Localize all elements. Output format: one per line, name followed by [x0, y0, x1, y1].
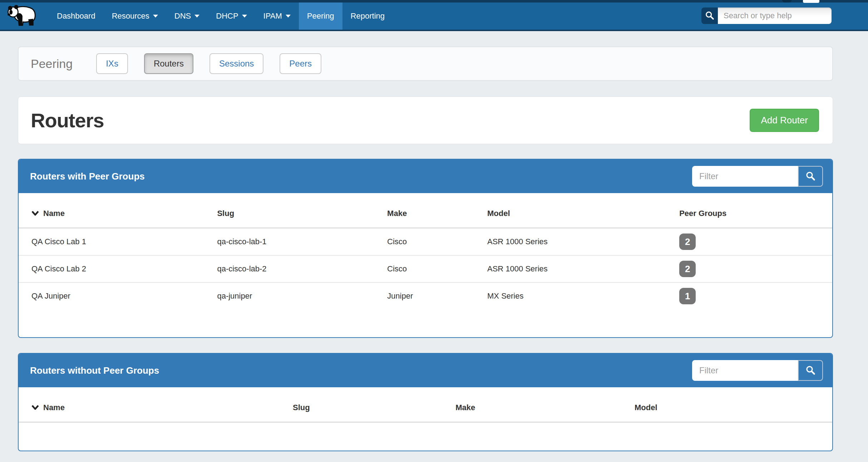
router-slug-cell: qa-cisco-lab-2 [211, 255, 381, 282]
add-router-button[interactable]: Add Router [750, 109, 819, 132]
column-header-slug[interactable]: Slug [287, 387, 450, 422]
caret-down-icon [242, 15, 247, 18]
nav-label: Dashboard [57, 11, 95, 21]
nav-item-ipam[interactable]: IPAM [255, 3, 299, 30]
column-label: Peer Groups [679, 209, 726, 218]
app-logo[interactable] [0, 3, 43, 30]
column-label: Name [43, 209, 65, 218]
main-nav: Dashboard Resources DNS DHCP IPAM Peerin… [49, 3, 393, 30]
router-make-cell: Juniper [381, 282, 482, 309]
table-row: QA Cisco Lab 2 qa-cisco-lab-2 Cisco ASR … [19, 255, 832, 282]
nav-item-peering[interactable]: Peering [299, 3, 342, 30]
column-header-make[interactable]: Make [450, 387, 629, 422]
table-row: QA Cisco Lab 1 qa-cisco-lab-1 Cisco ASR … [19, 228, 832, 256]
router-slug-cell: qa-juniper [211, 282, 381, 309]
nav-item-dns[interactable]: DNS [166, 3, 208, 30]
table-header-row: Name Slug Make Model [19, 387, 832, 422]
filter-search-button[interactable] [798, 166, 823, 187]
routers-without-peer-groups-table: Name Slug Make Model [19, 387, 832, 423]
nav-label: IPAM [263, 11, 282, 21]
column-label: Model [487, 209, 510, 218]
column-label: Model [635, 403, 657, 412]
column-header-peer-groups[interactable]: Peer Groups [674, 193, 832, 228]
column-header-slug[interactable]: Slug [211, 193, 381, 228]
panel-title: Routers without Peer Groups [30, 365, 159, 376]
caret-down-icon [286, 15, 291, 18]
section-title: Peering [31, 57, 73, 71]
sort-chevron-down-icon [31, 208, 39, 218]
search-icon [805, 365, 816, 377]
caret-down-icon [153, 15, 158, 18]
browser-chrome-artifact [782, 0, 791, 3]
nav-label: Resources [112, 11, 149, 21]
router-peer-groups-cell: 2 [674, 255, 832, 282]
router-peer-groups-cell: 2 [674, 228, 832, 256]
router-make-cell: Cisco [381, 255, 482, 282]
filter-group [692, 360, 823, 381]
panel-body-spacer [19, 423, 832, 451]
column-header-name[interactable]: Name [19, 387, 287, 422]
global-search [701, 8, 832, 24]
tab-routers[interactable]: Routers [144, 53, 193, 74]
page-title: Routers [31, 109, 104, 132]
global-search-button[interactable] [701, 8, 718, 24]
tab-sessions[interactable]: Sessions [209, 53, 263, 74]
tab-peers[interactable]: Peers [280, 53, 321, 74]
global-search-input[interactable] [718, 8, 832, 24]
navbar-top-strip [0, 0, 868, 3]
routers-without-peer-groups-panel: Routers without Peer Groups [18, 353, 833, 451]
router-model-cell: ASR 1000 Series [482, 228, 674, 256]
nav-label: DHCP [216, 11, 238, 21]
filter-input[interactable] [692, 360, 798, 381]
routers-with-peer-groups-panel: Routers with Peer Groups [18, 159, 833, 338]
routers-with-peer-groups-table: Name Slug Make Model Peer Groups QA Cisc… [19, 193, 832, 309]
table-header-row: Name Slug Make Model Peer Groups [19, 193, 832, 228]
filter-search-button[interactable] [798, 360, 823, 381]
panel-title: Routers with Peer Groups [30, 171, 145, 182]
nav-label: Reporting [351, 11, 385, 21]
browser-tab-artifact [803, 0, 819, 3]
router-slug-cell: qa-cisco-lab-1 [211, 228, 381, 256]
panel-header: Routers without Peer Groups [19, 354, 832, 387]
router-make-cell: Cisco [381, 228, 482, 256]
router-model-cell: ASR 1000 Series [482, 255, 674, 282]
page-header-card: Routers Add Router [18, 97, 833, 144]
column-label: Slug [293, 403, 310, 412]
router-name-cell[interactable]: QA Juniper [19, 282, 211, 309]
search-icon [805, 171, 816, 182]
peer-groups-count-badge[interactable]: 2 [679, 234, 696, 250]
column-header-name[interactable]: Name [19, 193, 211, 228]
nav-label: Peering [307, 11, 334, 21]
search-icon [705, 10, 715, 21]
sort-chevron-down-icon [31, 403, 39, 412]
nav-item-resources[interactable]: Resources [104, 3, 166, 30]
panda-logo-icon [6, 4, 37, 29]
table-row: QA Juniper qa-juniper Juniper MX Series … [19, 282, 832, 309]
panel-header: Routers with Peer Groups [19, 159, 832, 193]
peering-toolbar: Peering IXs Routers Sessions Peers [18, 46, 833, 81]
column-label: Slug [217, 209, 234, 218]
column-label: Make [455, 403, 475, 412]
nav-label: DNS [174, 11, 191, 21]
column-label: Name [43, 403, 65, 412]
router-model-cell: MX Series [482, 282, 674, 309]
panel-body-spacer [19, 309, 832, 337]
router-peer-groups-cell: 1 [674, 282, 832, 309]
peer-groups-count-badge[interactable]: 2 [679, 261, 696, 277]
column-label: Make [387, 209, 407, 218]
nav-item-dashboard[interactable]: Dashboard [49, 3, 104, 30]
nav-item-reporting[interactable]: Reporting [342, 3, 393, 30]
filter-input[interactable] [692, 166, 798, 187]
filter-group [692, 166, 823, 187]
tab-ixs[interactable]: IXs [96, 53, 128, 74]
router-name-cell[interactable]: QA Cisco Lab 1 [19, 228, 211, 256]
top-navbar: Dashboard Resources DNS DHCP IPAM Peerin… [0, 0, 868, 31]
router-name-cell[interactable]: QA Cisco Lab 2 [19, 255, 211, 282]
column-header-model[interactable]: Model [629, 387, 832, 422]
column-header-model[interactable]: Model [482, 193, 674, 228]
nav-item-dhcp[interactable]: DHCP [208, 3, 255, 30]
column-header-make[interactable]: Make [381, 193, 482, 228]
peer-groups-count-badge[interactable]: 1 [679, 288, 696, 304]
caret-down-icon [194, 15, 199, 18]
